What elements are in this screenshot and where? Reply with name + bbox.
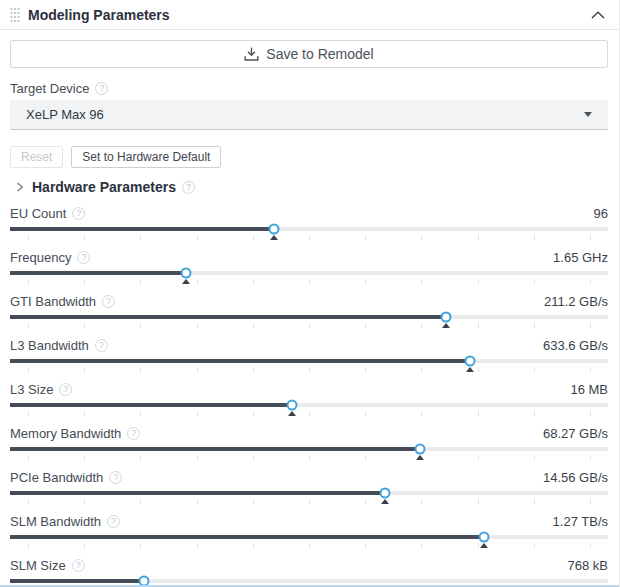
help-icon[interactable]: ?	[72, 559, 85, 572]
drag-handle-icon[interactable]	[10, 7, 20, 23]
slider-track[interactable]	[10, 359, 608, 363]
tick-mark	[197, 367, 198, 372]
chevron-right-icon	[16, 182, 24, 192]
slider-handle[interactable]	[464, 356, 475, 367]
help-icon[interactable]: ?	[95, 339, 108, 352]
caret-down-icon	[584, 112, 592, 117]
tick-mark	[534, 279, 535, 284]
parameter-header: Memory Bandwidth ? 68.27 GB/s	[10, 423, 608, 443]
tick-mark	[28, 279, 29, 284]
modeling-parameters-panel: Modeling Parameters Save to Remodel Ta	[0, 0, 620, 587]
help-icon[interactable]: ?	[95, 82, 108, 95]
tick-mark	[84, 235, 85, 240]
tick-mark	[421, 499, 422, 504]
tick-mark	[421, 235, 422, 240]
parameter-row: Memory Bandwidth ? 68.27 GB/s	[10, 423, 608, 467]
tick-mark	[84, 499, 85, 504]
tick-mark	[309, 543, 310, 548]
default-value-marker	[416, 455, 424, 460]
slider-track[interactable]	[10, 491, 608, 495]
slider-track[interactable]	[10, 447, 608, 451]
tick-mark	[197, 455, 198, 460]
tick-mark	[84, 455, 85, 460]
tick-mark	[590, 367, 591, 372]
tick-mark	[84, 367, 85, 372]
parameter-row: EU Count ? 96	[10, 203, 608, 247]
tick-mark	[478, 499, 479, 504]
tick-mark	[365, 235, 366, 240]
hardware-parameters-header[interactable]: Hardware Parameters ?	[10, 177, 608, 197]
tick-mark	[365, 367, 366, 372]
tick-mark	[253, 499, 254, 504]
parameter-value: 1.65 GHz	[553, 250, 608, 265]
help-icon[interactable]: ?	[109, 471, 122, 484]
help-icon[interactable]: ?	[77, 251, 90, 264]
set-hardware-default-button[interactable]: Set to Hardware Default	[71, 146, 221, 168]
help-icon[interactable]: ?	[127, 427, 140, 440]
help-icon[interactable]: ?	[72, 207, 85, 220]
sliders-list: EU Count ? 96 Frequency ? 1.65 GHz GTI B…	[10, 203, 608, 587]
parameter-header: Frequency ? 1.65 GHz	[10, 247, 608, 267]
slider-handle[interactable]	[379, 488, 390, 499]
slider-track[interactable]	[10, 403, 608, 407]
slider-handle[interactable]	[269, 224, 280, 235]
slider-ticks	[10, 322, 608, 331]
tick-mark	[365, 411, 366, 416]
help-icon[interactable]: ?	[182, 181, 195, 194]
tick-mark	[421, 367, 422, 372]
collapse-chevron-up-icon[interactable]	[591, 11, 605, 19]
tick-mark	[421, 411, 422, 416]
help-icon[interactable]: ?	[59, 383, 72, 396]
tick-mark	[28, 455, 29, 460]
tick-mark	[84, 323, 85, 328]
parameter-label: L3 Size	[10, 382, 53, 397]
slider-track[interactable]	[10, 271, 608, 275]
save-icon	[244, 47, 259, 61]
parameter-header: EU Count ? 96	[10, 203, 608, 223]
reset-button[interactable]: Reset	[10, 146, 63, 168]
slider-track[interactable]	[10, 579, 608, 583]
tick-mark	[590, 411, 591, 416]
tick-mark	[28, 499, 29, 504]
target-device-select[interactable]: XeLP Max 96	[10, 100, 608, 130]
help-icon[interactable]: ?	[107, 515, 120, 528]
slider-handle[interactable]	[414, 444, 425, 455]
save-to-remodel-button[interactable]: Save to Remodel	[10, 40, 608, 68]
slider-track[interactable]	[10, 227, 608, 231]
slider-track[interactable]	[10, 535, 608, 539]
parameter-row: Frequency ? 1.65 GHz	[10, 247, 608, 291]
tick-mark	[197, 235, 198, 240]
slider-track[interactable]	[10, 315, 608, 319]
slider-ticks	[10, 234, 608, 243]
tick-mark	[197, 411, 198, 416]
tick-mark	[478, 543, 479, 548]
tick-mark	[421, 543, 422, 548]
parameter-label: SLM Size	[10, 558, 66, 573]
slider-handle[interactable]	[479, 532, 490, 543]
tick-mark	[28, 411, 29, 416]
tick-mark	[478, 411, 479, 416]
tick-mark	[28, 367, 29, 372]
tick-mark	[197, 279, 198, 284]
tick-mark	[309, 455, 310, 460]
slider-handle[interactable]	[180, 268, 191, 279]
help-icon[interactable]: ?	[102, 295, 115, 308]
tick-mark	[309, 279, 310, 284]
panel-body: Save to Remodel Target Device ? XeLP Max…	[0, 30, 619, 587]
parameter-header: L3 Size ? 16 MB	[10, 379, 608, 399]
tick-mark	[590, 455, 591, 460]
slider-ticks	[10, 278, 608, 287]
tick-mark	[309, 367, 310, 372]
slider-handle[interactable]	[440, 312, 451, 323]
tick-mark	[421, 279, 422, 284]
tick-mark	[84, 543, 85, 548]
parameter-row: GTI Bandwidth ? 211.2 GB/s	[10, 291, 608, 335]
tick-mark	[365, 279, 366, 284]
parameter-label: Memory Bandwidth	[10, 426, 121, 441]
slider-handle[interactable]	[286, 400, 297, 411]
parameter-value: 68.27 GB/s	[543, 426, 608, 441]
save-button-label: Save to Remodel	[266, 46, 373, 62]
tick-mark	[140, 411, 141, 416]
tick-mark	[478, 235, 479, 240]
tick-mark	[140, 367, 141, 372]
